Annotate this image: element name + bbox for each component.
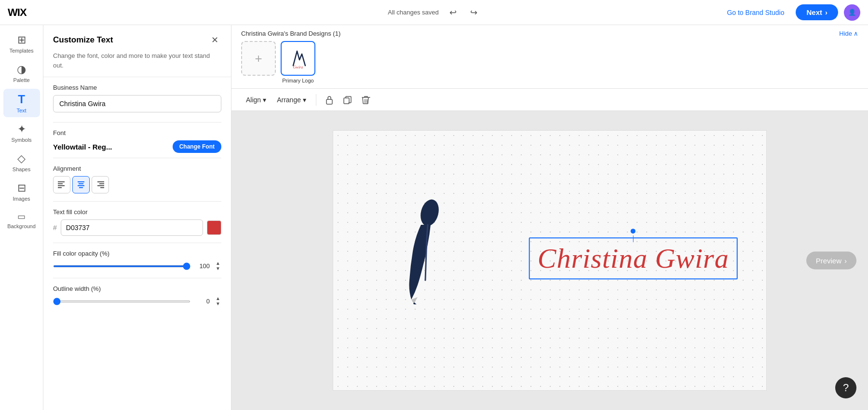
brand-studio-button[interactable]: Go to Brand Studio bbox=[721, 6, 790, 19]
hide-chevron-icon: ∧ bbox=[854, 30, 858, 37]
business-name-input[interactable] bbox=[53, 95, 221, 112]
add-brand-design-button[interactable]: + bbox=[241, 41, 276, 76]
font-row: Yellowtail - Reg... Change Font bbox=[53, 140, 221, 153]
alignment-row bbox=[53, 176, 221, 193]
redo-button[interactable]: ↪ bbox=[467, 5, 480, 20]
editor-toolbar: Align ▾ Arrange ▾ bbox=[231, 89, 868, 111]
handle-line bbox=[633, 235, 634, 242]
brand-designs-items: + Gwira Primary Logo bbox=[241, 41, 858, 88]
align-center-button[interactable] bbox=[72, 176, 90, 193]
svg-rect-8 bbox=[97, 181, 104, 182]
svg-rect-4 bbox=[78, 181, 84, 182]
outline-up-button[interactable]: ▲ bbox=[215, 296, 221, 301]
lock-toolbar-button[interactable] bbox=[321, 92, 338, 108]
alignment-label: Alignment bbox=[53, 165, 221, 172]
symbols-icon: ✦ bbox=[17, 123, 26, 136]
topbar: WIX All changes saved ↩ ↪ Go to Brand St… bbox=[0, 0, 868, 25]
arrange-toolbar-label: Arrange bbox=[277, 96, 301, 104]
outline-down-button[interactable]: ▼ bbox=[215, 301, 221, 306]
customize-panel: Customize Text ✕ Change the font, color … bbox=[43, 25, 231, 410]
svg-rect-6 bbox=[78, 185, 84, 186]
align-chevron-icon: ▾ bbox=[263, 96, 266, 104]
align-right-button[interactable] bbox=[92, 176, 109, 193]
sidebar-item-background[interactable]: ▭ Background bbox=[3, 207, 40, 233]
font-section: Font Yellowtail - Reg... Change Font bbox=[53, 129, 221, 153]
wix-logo: WIX bbox=[8, 6, 27, 19]
text-icon: T bbox=[18, 93, 25, 106]
sidebar-item-shapes[interactable]: ◇ Shapes bbox=[3, 149, 40, 176]
svg-rect-5 bbox=[79, 183, 83, 184]
opacity-row: 100 ▲ ▼ bbox=[53, 261, 221, 271]
outline-arrows: ▲ ▼ bbox=[215, 296, 221, 306]
sidebar-item-images[interactable]: ⊟ Images bbox=[3, 178, 40, 205]
alignment-section: Alignment bbox=[53, 165, 221, 193]
change-font-button[interactable]: Change Font bbox=[173, 140, 221, 153]
icon-sidebar: ⊞ Templates ◑ Palette T Text ✦ Symbols ◇… bbox=[0, 25, 43, 410]
selection-handle bbox=[631, 229, 636, 242]
opacity-slider[interactable] bbox=[53, 265, 190, 267]
panel-body: Business Name Font Yellowtail - Reg... C… bbox=[43, 84, 231, 410]
preview-arrow-icon: › bbox=[844, 257, 847, 265]
sidebar-item-templates[interactable]: ⊞ Templates bbox=[3, 30, 40, 57]
undo-button[interactable]: ↩ bbox=[447, 5, 460, 20]
primary-logo-label: Primary Logo bbox=[282, 78, 313, 83]
canvas[interactable]: Christina Gwira bbox=[333, 130, 767, 391]
background-icon: ▭ bbox=[17, 211, 26, 222]
close-panel-button[interactable]: ✕ bbox=[208, 34, 221, 46]
opacity-down-button[interactable]: ▼ bbox=[215, 266, 221, 271]
brand-designs-title: Christina Gwira's Brand Designs (1) bbox=[241, 30, 340, 37]
primary-logo-thumb[interactable]: Gwira bbox=[281, 41, 315, 76]
preview-button[interactable]: Preview › bbox=[806, 252, 856, 270]
sidebar-item-text[interactable]: T Text bbox=[3, 89, 40, 117]
hide-button[interactable]: Hide ∧ bbox=[839, 30, 858, 37]
align-toolbar-label: Align bbox=[246, 96, 261, 104]
align-toolbar-button[interactable]: Align ▾ bbox=[241, 93, 271, 107]
help-button[interactable]: ? bbox=[835, 377, 856, 398]
outline-slider[interactable] bbox=[53, 301, 190, 302]
opacity-arrows: ▲ ▼ bbox=[215, 261, 221, 271]
sidebar-label-symbols: Symbols bbox=[11, 137, 31, 143]
section-divider-5 bbox=[53, 278, 221, 278]
shapes-icon: ◇ bbox=[17, 152, 26, 165]
copy-toolbar-button[interactable] bbox=[339, 92, 356, 108]
outline-label: Outline width (%) bbox=[53, 285, 221, 292]
outline-section: Outline width (%) 0 ▲ ▼ bbox=[53, 285, 221, 306]
main-layout: ⊞ Templates ◑ Palette T Text ✦ Symbols ◇… bbox=[0, 25, 868, 410]
text-fill-label: Text fill color bbox=[53, 208, 221, 216]
align-left-button[interactable] bbox=[53, 176, 70, 193]
business-name-label: Business Name bbox=[53, 84, 221, 91]
user-avatar[interactable]: 👤 bbox=[844, 4, 860, 21]
toolbar-divider bbox=[316, 94, 316, 106]
sidebar-label-background: Background bbox=[7, 223, 36, 229]
sidebar-label-images: Images bbox=[13, 196, 30, 202]
arrange-toolbar-button[interactable]: Arrange ▾ bbox=[272, 93, 311, 107]
color-section: Text fill color # bbox=[53, 208, 221, 236]
section-divider-3 bbox=[53, 201, 221, 202]
svg-rect-10 bbox=[97, 185, 104, 186]
next-arrow-icon: › bbox=[825, 8, 827, 16]
sidebar-item-symbols[interactable]: ✦ Symbols bbox=[3, 119, 40, 147]
svg-rect-0 bbox=[58, 181, 65, 182]
svg-rect-2 bbox=[58, 185, 65, 186]
svg-point-15 bbox=[418, 198, 441, 228]
sidebar-label-shapes: Shapes bbox=[13, 166, 30, 172]
help-icon: ? bbox=[843, 382, 849, 394]
topbar-left: WIX bbox=[8, 6, 27, 19]
color-value-input[interactable] bbox=[61, 219, 203, 236]
delete-toolbar-button[interactable] bbox=[358, 92, 374, 108]
color-swatch[interactable] bbox=[207, 220, 221, 235]
arrange-chevron-icon: ▾ bbox=[303, 96, 306, 104]
section-divider-2 bbox=[53, 158, 221, 158]
opacity-up-button[interactable]: ▲ bbox=[215, 261, 221, 266]
text-selection-container[interactable]: Christina Gwira bbox=[529, 237, 738, 279]
color-input-row: # bbox=[53, 219, 221, 236]
sidebar-item-palette[interactable]: ◑ Palette bbox=[3, 59, 40, 87]
sidebar-label-templates: Templates bbox=[9, 48, 33, 54]
sidebar-label-text: Text bbox=[16, 108, 26, 113]
panel-description: Change the font, color and more to make … bbox=[43, 51, 231, 77]
svg-rect-3 bbox=[58, 187, 62, 188]
images-icon: ⊟ bbox=[17, 182, 26, 194]
next-button[interactable]: Next › bbox=[796, 4, 838, 20]
brand-designs-bar: Christina Gwira's Brand Designs (1) Hide… bbox=[231, 25, 868, 89]
handle-dot bbox=[631, 229, 636, 233]
